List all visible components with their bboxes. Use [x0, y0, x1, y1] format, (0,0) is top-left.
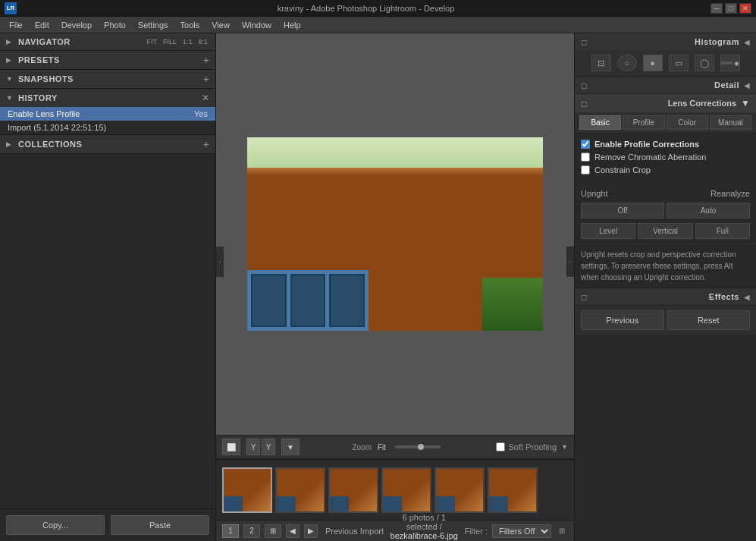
reset-button[interactable]: Reset — [667, 310, 751, 330]
snapshots-add-button[interactable]: + — [203, 74, 209, 84]
image-area — [216, 33, 574, 435]
tab-color[interactable]: Color — [667, 115, 708, 130]
menu-settings[interactable]: Settings — [132, 19, 174, 31]
filmstrip-settings-icon[interactable]: ⊞ — [556, 525, 568, 537]
effects-left-icon: ◻ — [581, 293, 587, 301]
grid-view-button[interactable]: ⊞ — [265, 524, 281, 538]
oval-hist-btn[interactable]: ◯ — [695, 55, 714, 71]
upright-section: Upright Reanalyze Off Auto Level Vertica… — [575, 184, 756, 244]
navigator-header[interactable]: ▶ Navigator FIT FILL 1:1 8:1 — [0, 33, 215, 50]
zoom-8-1[interactable]: 8:1 — [196, 38, 209, 46]
constrain-crop-label[interactable]: Constrain Crop — [594, 165, 651, 175]
histogram-header[interactable]: ◻ Histogram ◀ — [575, 33, 756, 50]
soft-proofing-dropdown[interactable]: ▼ — [561, 443, 568, 451]
remove-chromatic-label[interactable]: Remove Chromatic Aberration — [594, 153, 706, 162]
detail-collapse-arrow[interactable]: ◀ — [744, 81, 750, 90]
right-panel-toggle[interactable]: › — [566, 247, 574, 277]
filmstrip-thumb-2[interactable] — [275, 467, 325, 513]
left-panel-toggle[interactable]: ‹ — [216, 247, 224, 277]
menu-file[interactable]: File — [3, 19, 29, 31]
menu-help[interactable]: Help — [278, 19, 307, 31]
soft-proofing-checkbox[interactable] — [496, 442, 505, 451]
crop-tool[interactable]: ⬜ — [222, 439, 240, 455]
upright-label: Upright — [581, 189, 607, 198]
effects-collapse-arrow[interactable]: ◀ — [744, 293, 750, 301]
zoom-slider[interactable] — [395, 445, 441, 448]
navigator-label: Navigator — [18, 37, 145, 46]
page-2-button[interactable]: 2 — [243, 524, 260, 538]
copy-button[interactable]: Copy... — [6, 515, 105, 535]
paste-button[interactable]: Paste — [111, 515, 209, 535]
tab-manual[interactable]: Manual — [710, 115, 751, 130]
tab-profile[interactable]: Profile — [623, 115, 664, 130]
page-1-button[interactable]: 1 — [222, 524, 239, 538]
adjust-tool-1[interactable]: Y — [246, 439, 260, 455]
enable-profile-checkbox[interactable] — [581, 140, 590, 149]
select-hist-btn[interactable]: ⊡ — [591, 55, 611, 71]
rect-hist-btn[interactable]: ▭ — [669, 55, 689, 71]
menu-window[interactable]: Window — [236, 19, 278, 31]
menu-photo[interactable]: Photo — [98, 19, 132, 31]
upright-level-button[interactable]: Level — [581, 223, 635, 239]
presets-header[interactable]: ▶ Presets + — [0, 51, 215, 69]
effects-header[interactable]: ◻ Effects ◀ — [575, 288, 756, 305]
collections-header[interactable]: ▶ Collections + — [0, 135, 215, 153]
histogram-collapse-arrow[interactable]: ◀ — [744, 38, 750, 46]
window-1 — [251, 274, 287, 327]
filmstrip-thumb-5[interactable] — [434, 467, 485, 513]
filmstrip-thumb-4[interactable] — [381, 467, 431, 513]
menu-develop[interactable]: Develop — [55, 19, 98, 31]
menu-tools[interactable]: Tools — [174, 19, 206, 31]
soft-proofing-toggle[interactable]: Soft Proofing ▼ — [496, 442, 568, 451]
history-section: ▼ History ✕ Enable Lens Profile Yes Impo… — [0, 89, 215, 135]
thumb-image-4 — [383, 469, 430, 511]
history-item-0[interactable]: Enable Lens Profile Yes — [0, 107, 215, 121]
upright-off-button[interactable]: Off — [581, 203, 664, 219]
snapshots-label: Snapshots — [18, 74, 203, 83]
previous-button[interactable]: Previous — [581, 310, 664, 330]
circle-hist-btn[interactable]: ○ — [617, 55, 637, 71]
constrain-crop-checkbox[interactable] — [581, 165, 590, 175]
left-panel-bottom: Copy... Paste — [0, 508, 215, 541]
zoom-1-1[interactable]: 1:1 — [181, 38, 194, 46]
presets-add-button[interactable]: + — [203, 55, 209, 65]
zoom-fit[interactable]: FIT — [145, 38, 158, 46]
enable-profile-label[interactable]: Enable Profile Corrections — [594, 140, 699, 149]
history-header[interactable]: ▼ History ✕ — [0, 89, 215, 107]
filmstrip — [216, 459, 574, 520]
detail-header[interactable]: ◻ Detail ◀ — [575, 77, 756, 93]
upright-vertical-button[interactable]: Vertical — [638, 223, 692, 239]
remove-chromatic-checkbox[interactable] — [581, 153, 590, 162]
collections-section: ▶ Collections + — [0, 135, 215, 154]
snapshots-arrow: ▼ — [6, 75, 14, 83]
filmstrip-thumb-1[interactable] — [222, 467, 272, 513]
menu-edit[interactable]: Edit — [29, 19, 55, 31]
upright-buttons-row2: Level Vertical Full — [581, 223, 750, 239]
next-photo-button[interactable]: ▶ — [304, 524, 318, 538]
minimize-button[interactable]: ─ — [711, 3, 723, 14]
adjust-tool-2[interactable]: Y — [262, 439, 275, 455]
zoom-slider-handle[interactable] — [418, 444, 424, 450]
upright-auto-button[interactable]: Auto — [667, 203, 750, 219]
filmstrip-thumb-6[interactable] — [488, 467, 538, 513]
close-button[interactable]: ✕ — [739, 3, 751, 14]
menu-view[interactable]: View — [205, 19, 236, 31]
tab-basic[interactable]: Basic — [579, 115, 621, 130]
reanalyze-button[interactable]: Reanalyze — [711, 189, 750, 198]
filter-dropdown[interactable]: Filters Off — [492, 524, 551, 538]
stop-hist-btn[interactable]: ● — [643, 55, 663, 71]
exposure-slider-btn[interactable]: ◉ — [720, 55, 740, 71]
history-close-button[interactable]: ✕ — [202, 93, 209, 103]
lens-corrections-expand-arrow[interactable]: ▼ — [741, 98, 750, 109]
maximize-button[interactable]: □ — [725, 3, 737, 14]
snapshots-header[interactable]: ▼ Snapshots + — [0, 70, 215, 88]
filmstrip-thumb-3[interactable] — [328, 467, 378, 513]
collections-add-button[interactable]: + — [203, 139, 209, 149]
history-item-1[interactable]: Import (5.1.2014 22:51:15) — [0, 121, 215, 134]
zoom-fill[interactable]: FILL — [162, 38, 178, 46]
prev-photo-button[interactable]: ◀ — [286, 524, 300, 538]
more-tools[interactable]: ▼ — [281, 439, 300, 455]
upright-full-button[interactable]: Full — [695, 223, 750, 239]
lens-corrections-header[interactable]: ◻ Lens Corrections ▼ — [575, 93, 756, 112]
menubar: File Edit Develop Photo Settings Tools V… — [0, 17, 756, 33]
